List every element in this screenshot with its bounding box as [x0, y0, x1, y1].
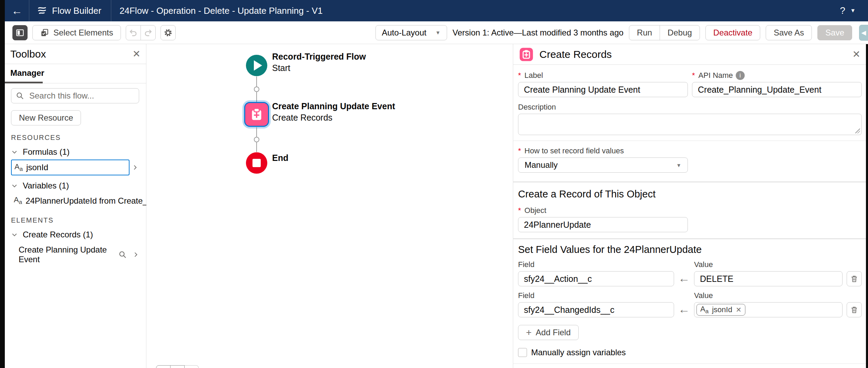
required-asterisk: * — [518, 146, 521, 155]
value-input-2[interactable]: Aa jsonId ✕ — [694, 302, 843, 317]
formulas-group-label: Formulas (1) — [23, 147, 70, 157]
layout-select[interactable]: Auto-Layout ▼ — [375, 25, 447, 40]
side-help-tab[interactable]: ◀ — [859, 25, 868, 41]
help-menu-caret-icon[interactable]: ▼ — [850, 8, 856, 14]
search-input[interactable] — [11, 88, 139, 103]
canvas-zoom-controls — [156, 365, 199, 368]
play-icon — [254, 60, 262, 71]
api-name-input[interactable] — [692, 82, 862, 97]
app-header: ← Flow Builder 24Flow - Operation - Dele… — [5, 0, 868, 21]
select-elements-button[interactable]: Select Elements — [32, 25, 121, 40]
run-button[interactable]: Run — [629, 25, 660, 40]
create-records-group-toggle[interactable]: Create Records (1) — [11, 230, 139, 239]
new-resource-button[interactable]: New Resource — [11, 110, 81, 125]
resource-pill-jsonid[interactable]: Aa jsonId ✕ — [696, 304, 745, 316]
object-input[interactable] — [518, 217, 688, 232]
chevron-down-icon — [11, 182, 18, 189]
gear-icon — [163, 28, 173, 38]
how-to-set-label: *How to set record field values — [518, 146, 862, 155]
plus-icon: + — [526, 328, 531, 337]
chevron-right-icon[interactable] — [132, 164, 138, 171]
toolbox-close-button[interactable]: ✕ — [133, 48, 141, 60]
end-node[interactable] — [246, 152, 267, 174]
description-textarea[interactable] — [518, 114, 862, 135]
required-asterisk: * — [518, 206, 521, 215]
panel-title: Create Records — [539, 49, 612, 60]
text-resource-icon: Aa — [14, 162, 23, 173]
find-on-canvas-icon[interactable] — [118, 251, 127, 259]
label-input[interactable] — [518, 82, 688, 97]
text-resource-icon: Aa — [700, 305, 709, 315]
manually-assign-variables-checkbox[interactable] — [518, 348, 527, 357]
manually-assign-variables-label: Manually assign variables — [531, 348, 626, 357]
create-records-node-subtitle: Create Records — [272, 113, 395, 123]
set-field-values-heading: Set Field Values for the 24PlannerUpdate — [518, 244, 862, 255]
how-to-set-value: Manually — [525, 160, 558, 170]
select-elements-icon — [40, 28, 49, 37]
app-branding: Flow Builder — [29, 6, 111, 16]
trash-icon — [850, 275, 858, 283]
value-input-1[interactable] — [694, 271, 843, 286]
save-button[interactable]: Save — [817, 25, 852, 40]
resource-item-plannerupdateid[interactable]: Aa 24PlannerUpdateId from Create_Pla... — [11, 193, 139, 208]
back-arrow-icon: ← — [11, 4, 22, 17]
toolbar: Select Elements — [5, 21, 868, 44]
resize-handle-icon[interactable] — [855, 129, 860, 133]
redo-icon — [144, 28, 153, 37]
add-element-point[interactable] — [254, 137, 259, 142]
variables-group-toggle[interactable]: Variables (1) — [11, 181, 139, 191]
element-item-create-planning-update-event[interactable]: Create Planning Update Event — [11, 244, 139, 266]
create-records-icon — [249, 106, 265, 122]
start-node-label: Record-Triggered Flow Start — [272, 52, 366, 73]
add-field-button[interactable]: + Add Field — [518, 325, 579, 340]
divider — [513, 141, 866, 141]
flow-builder-app: ← Flow Builder 24Flow - Operation - Dele… — [0, 0, 868, 368]
formulas-group-toggle[interactable]: Formulas (1) — [11, 147, 139, 157]
chevron-down-icon: ▼ — [435, 30, 441, 35]
tab-manager[interactable]: Manager — [10, 68, 44, 78]
toolbox-toggle-button[interactable] — [12, 25, 28, 40]
deactivate-button[interactable]: Deactivate — [705, 25, 760, 40]
resource-item-label: jsonId — [26, 163, 48, 172]
create-records-node-title: Create Planning Update Event — [272, 101, 395, 111]
add-element-point[interactable] — [254, 86, 259, 92]
version-status-text: Version 1: Active—Last modified 3 months… — [453, 28, 623, 38]
zoom-in-button[interactable] — [170, 365, 185, 368]
start-node-subtitle: Start — [272, 63, 366, 73]
field-input-2[interactable] — [518, 302, 674, 317]
redo-button[interactable] — [141, 25, 156, 40]
undo-icon — [129, 28, 138, 37]
resource-item-jsonid[interactable]: Aa jsonId — [11, 160, 130, 175]
zoom-fit-button[interactable] — [185, 365, 199, 368]
back-button[interactable]: ← — [5, 0, 29, 21]
flow-canvas[interactable]: Record-Triggered Flow Start Create Plann… — [146, 44, 513, 368]
info-icon[interactable]: i — [736, 71, 745, 80]
object-label: *Object — [518, 206, 862, 215]
resources-section-header: RESOURCES — [11, 134, 139, 142]
delete-row-button[interactable] — [847, 302, 862, 317]
resource-pill-label: jsonId — [712, 305, 732, 314]
toolbox-title: Toolbox — [10, 48, 46, 60]
text-resource-icon: Aa — [14, 195, 22, 206]
trash-icon — [850, 306, 858, 314]
field-input-1[interactable] — [518, 271, 674, 286]
chevron-right-icon[interactable] — [132, 251, 139, 258]
create-records-node-label: Create Planning Update Event Create Reco… — [272, 101, 395, 123]
elements-section-header: ELEMENTS — [11, 216, 139, 224]
select-elements-label: Select Elements — [53, 28, 113, 38]
debug-button[interactable]: Debug — [660, 25, 700, 40]
remove-pill-icon[interactable]: ✕ — [736, 306, 742, 314]
field-label: Field — [518, 260, 674, 269]
how-to-set-select[interactable]: Manually ▼ — [518, 157, 688, 173]
delete-row-button[interactable] — [847, 271, 862, 286]
flow-settings-button[interactable] — [161, 25, 176, 40]
panel-close-button[interactable]: ✕ — [852, 49, 860, 60]
undo-button[interactable] — [126, 25, 141, 40]
create-records-group-label: Create Records (1) — [23, 230, 93, 239]
create-records-node[interactable] — [244, 102, 269, 127]
help-icon[interactable]: ? — [840, 5, 846, 16]
api-name-field-label: *API Namei — [692, 71, 862, 80]
zoom-out-button[interactable] — [156, 365, 170, 368]
start-node[interactable] — [246, 55, 267, 76]
save-as-button[interactable]: Save As — [766, 25, 812, 40]
